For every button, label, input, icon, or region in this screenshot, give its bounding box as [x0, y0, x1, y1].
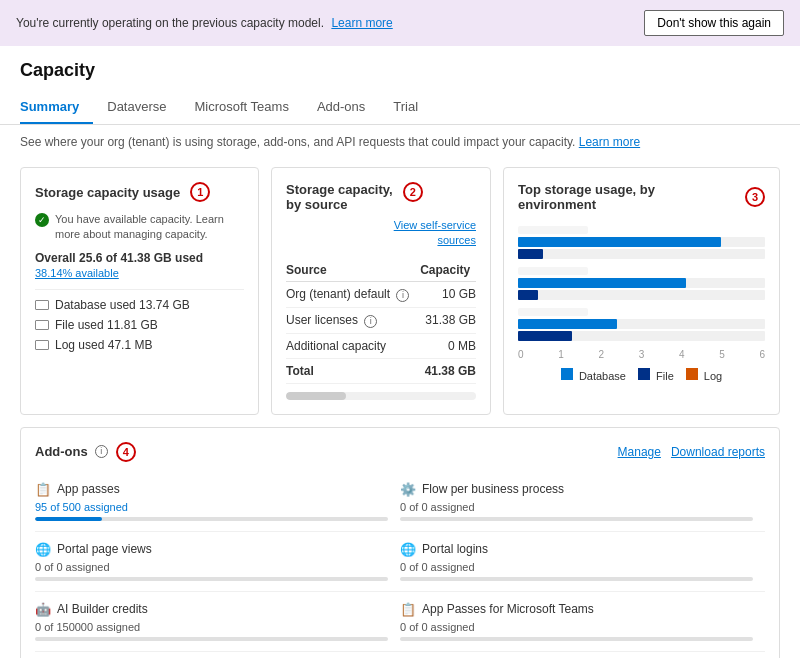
notice-banner: You're currently operating on the previo…	[0, 0, 800, 46]
source-badge: 2	[403, 182, 423, 202]
download-reports-link[interactable]: Download reports	[671, 445, 765, 459]
log-icon	[35, 340, 49, 350]
top-card-title: Top storage usage, by environment	[518, 182, 735, 212]
divider	[35, 289, 244, 290]
info-icon[interactable]: i	[396, 289, 409, 302]
file-fill-2	[518, 290, 538, 300]
log-usage: Log used 47.1 MB	[35, 338, 244, 352]
portal-views-progress	[35, 577, 388, 581]
portal-views-icon: 🌐	[35, 542, 51, 557]
status-message: You have available capacity. Learn more …	[55, 212, 244, 243]
available-percentage[interactable]: 38.14% available	[35, 267, 244, 279]
x-label-4: 4	[679, 349, 685, 360]
capacity-cell: 10 GB	[420, 281, 476, 307]
app-passes-progress	[35, 517, 388, 521]
portal-logins-icon: 🌐	[400, 542, 416, 557]
storage-card-header: Storage capacity usage 1	[35, 182, 244, 202]
top-badge: 3	[745, 187, 765, 207]
scroll-thumb	[286, 392, 346, 400]
dont-show-again-button[interactable]: Don't show this again	[644, 10, 784, 36]
source-cell: Total	[286, 358, 420, 383]
file-usage: File used 11.81 GB	[35, 318, 244, 332]
tab-add-ons[interactable]: Add-ons	[317, 91, 379, 124]
addon-flow-biz: ⚙️ Flow per business process 0 of 0 assi…	[400, 474, 765, 529]
bar-group-3	[518, 319, 765, 341]
bar-group-2	[518, 278, 765, 300]
portal-logins-label: Portal logins	[422, 542, 488, 556]
addons-info-icon[interactable]: i	[95, 445, 108, 458]
legend-file-label: File	[656, 370, 674, 382]
source-table: Source Capacity Org (tenant) default i 1…	[286, 259, 476, 384]
available-indicator	[35, 213, 49, 227]
manage-link[interactable]: Manage	[618, 445, 661, 459]
db-fill-1	[518, 237, 721, 247]
env-label-2	[518, 267, 588, 275]
page-description: See where your org (tenant) is using sto…	[0, 125, 800, 159]
banner-learn-more-link[interactable]: Learn more	[331, 16, 392, 30]
file-text: File used 11.81 GB	[55, 318, 158, 332]
legend-file: File	[638, 368, 674, 382]
chart-legend: Database File Log	[518, 368, 765, 382]
database-usage: Database used 13.74 GB	[35, 298, 244, 312]
app-passes-icon: 📋	[35, 482, 51, 497]
capacity-cell: 0 MB	[420, 333, 476, 358]
ai-builder-assigned: 0 of 150000 assigned	[35, 621, 388, 633]
addon-divider-2	[35, 591, 765, 592]
scroll-bar[interactable]	[286, 392, 476, 400]
storage-status-row: You have available capacity. Learn more …	[35, 212, 244, 243]
legend-file-dot	[638, 368, 650, 380]
chart-row-1	[518, 226, 765, 259]
legend-log-dot	[686, 368, 698, 380]
log-text: Log used 47.1 MB	[55, 338, 152, 352]
addons-card: Add-ons i 4 Manage Download reports 📋 Ap…	[20, 427, 780, 658]
addons-title-row: Add-ons i 4	[35, 442, 136, 462]
ai-builder-label: AI Builder credits	[57, 602, 148, 616]
tab-microsoft-teams[interactable]: Microsoft Teams	[195, 91, 303, 124]
x-axis: 0 1 2 3 4 5 6	[518, 349, 765, 360]
capacity-cell: 41.38 GB	[420, 358, 476, 383]
page-title: Capacity	[20, 60, 780, 81]
app-passes-fill	[35, 517, 102, 521]
addon-empty	[400, 654, 765, 658]
storage-source-card: Storage capacity,by source 2 View self-s…	[271, 167, 491, 415]
addons-badge: 4	[116, 442, 136, 462]
assigned-highlight: 95 of 500 assigned	[35, 501, 128, 513]
x-label-0: 0	[518, 349, 524, 360]
portal-logins-assigned: 0 of 0 assigned	[400, 561, 753, 573]
flow-biz-assigned: 0 of 0 assigned	[400, 501, 753, 513]
file-bar-3	[518, 331, 765, 341]
addon-name-app-passes: 📋 App passes	[35, 482, 388, 497]
app-passes-teams-label: App Passes for Microsoft Teams	[422, 602, 594, 616]
capacity-col-header: Capacity	[420, 259, 476, 282]
tab-dataverse[interactable]: Dataverse	[107, 91, 180, 124]
app-passes-assigned: 95 of 500 assigned	[35, 501, 388, 513]
portal-views-label: Portal page views	[57, 542, 152, 556]
info-icon[interactable]: i	[364, 315, 377, 328]
chart-row-2	[518, 267, 765, 300]
view-self-service-link[interactable]: View self-servicesources	[394, 218, 476, 249]
flow-biz-label: Flow per business process	[422, 482, 564, 496]
addon-name-portal-views: 🌐 Portal page views	[35, 542, 388, 557]
db-fill-3	[518, 319, 617, 329]
description-learn-more-link[interactable]: Learn more	[579, 135, 640, 149]
file-bar-2	[518, 290, 765, 300]
source-col-header: Source	[286, 259, 420, 282]
ai-builder-progress	[35, 637, 388, 641]
source-cell: Additional capacity	[286, 333, 420, 358]
tab-summary[interactable]: Summary	[20, 91, 93, 124]
addon-name-ai-builder: 🤖 AI Builder credits	[35, 602, 388, 617]
description-text: See where your org (tenant) is using sto…	[20, 135, 575, 149]
overall-text: Overall 25.6 of 41.38 GB used	[35, 251, 203, 265]
addons-grid: 📋 App passes 95 of 500 assigned ⚙️ Flow …	[35, 474, 765, 658]
x-label-5: 5	[719, 349, 725, 360]
bar-group-1	[518, 237, 765, 259]
portal-logins-progress	[400, 577, 753, 581]
legend-database: Database	[561, 368, 626, 382]
bar-chart: 0 1 2 3 4 5 6 Database File	[518, 222, 765, 386]
storage-card-title: Storage capacity usage	[35, 185, 180, 200]
cards-row: Storage capacity usage 1 You have availa…	[0, 159, 800, 423]
x-label-2: 2	[598, 349, 604, 360]
addons-title: Add-ons	[35, 444, 88, 459]
tab-trial[interactable]: Trial	[393, 91, 432, 124]
addon-name-app-passes-teams: 📋 App Passes for Microsoft Teams	[400, 602, 753, 617]
